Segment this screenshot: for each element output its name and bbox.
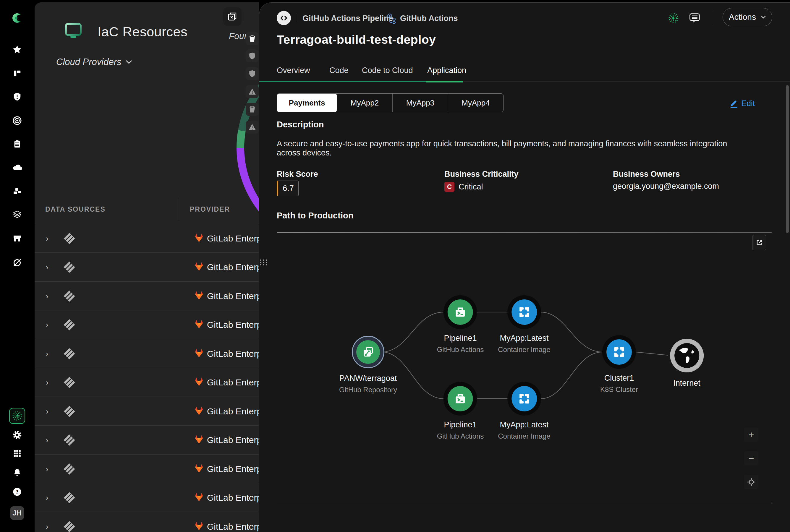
- tab-application[interactable]: Application: [427, 66, 466, 75]
- warning-icon-button[interactable]: [246, 85, 259, 98]
- shield-icon-button[interactable]: [246, 67, 259, 80]
- cloud-providers-filter[interactable]: Cloud Providers: [56, 57, 132, 68]
- row-expand-chevron[interactable]: ›: [46, 263, 49, 272]
- graph-node-pipeline-bottom[interactable]: Pipeline1 GitHub Actions: [437, 386, 484, 440]
- node-name: MyApp:Latest: [500, 334, 548, 343]
- crosshair-icon: [747, 478, 756, 487]
- shield-icon-button[interactable]: [246, 49, 259, 62]
- graph-node-image-top[interactable]: MyApp:Latest Container Image: [498, 299, 550, 354]
- node-name: Internet: [673, 379, 700, 388]
- graph-node-internet[interactable]: Internet: [673, 343, 700, 388]
- left-nav-rail: ? JH: [0, 0, 34, 532]
- close-overlays-button[interactable]: [223, 7, 242, 26]
- table-row[interactable]: ›GitLab Enterprise: [35, 310, 259, 339]
- graph-node-repository[interactable]: PANW/terragoat GitHub Repository: [339, 340, 397, 394]
- apps-grid-icon[interactable]: [13, 449, 22, 458]
- performance-gauge-icon[interactable]: [13, 258, 22, 267]
- reports-clipboard-icon[interactable]: [13, 139, 22, 148]
- breadcrumb-divider: [381, 13, 381, 23]
- help-icon[interactable]: ?: [13, 487, 22, 496]
- row-expand-chevron[interactable]: ›: [46, 407, 49, 416]
- bucket-icon-button[interactable]: [246, 103, 259, 116]
- row-expand-chevron[interactable]: ›: [46, 291, 49, 301]
- row-expand-chevron[interactable]: ›: [46, 378, 49, 387]
- alerts-shield-icon[interactable]: [13, 92, 22, 101]
- breadcrumb-pipeline[interactable]: GitHub Actions Pipeline: [302, 14, 393, 23]
- settings-gear-icon[interactable]: [12, 430, 22, 440]
- favorites-star-icon[interactable]: [13, 45, 22, 54]
- iac-framework-icon: [63, 405, 75, 417]
- avatar-initials: JH: [10, 506, 24, 520]
- row-expand-chevron[interactable]: ›: [46, 320, 49, 329]
- provider-name: GitLab Enterprise: [207, 320, 259, 330]
- node-name: Cluster1: [604, 374, 634, 383]
- iac-framework-icon: [63, 377, 75, 388]
- table-row[interactable]: ›GitLab Enterprise: [35, 281, 259, 310]
- graph-node-cluster[interactable]: Cluster1 K8S Cluster: [600, 339, 638, 394]
- row-expand-chevron[interactable]: ›: [46, 234, 49, 243]
- row-expand-chevron[interactable]: ›: [46, 522, 49, 531]
- table-row[interactable]: ›GitLab Enterprise: [35, 368, 259, 397]
- warning-icon-button[interactable]: [246, 120, 259, 134]
- table-row[interactable]: ›GitLab Enterprise: [35, 224, 259, 253]
- notifications-bell-icon[interactable]: [13, 468, 22, 477]
- feedback-comment-icon[interactable]: [689, 13, 701, 25]
- row-expand-chevron[interactable]: ›: [46, 435, 49, 444]
- layers-icon[interactable]: [13, 210, 22, 220]
- bucket-icon-button[interactable]: [246, 32, 259, 45]
- fit-view-button[interactable]: [744, 475, 758, 489]
- zoom-out-button[interactable]: −: [744, 451, 758, 466]
- page-title: Terragoat-build-test-deploy: [277, 33, 436, 47]
- page-scrollbar[interactable]: [786, 85, 789, 233]
- column-header-provider[interactable]: PROVIDER: [190, 205, 230, 213]
- row-expand-chevron[interactable]: ›: [46, 349, 49, 358]
- app-tab-myapp3[interactable]: MyApp3: [392, 94, 448, 112]
- table-row[interactable]: ›GitLab Enterprise: [35, 425, 259, 454]
- node-name: PANW/terragoat: [339, 374, 397, 383]
- zoom-in-button[interactable]: +: [744, 428, 758, 442]
- container-image-icon: [511, 299, 537, 325]
- copilot-spiral-icon[interactable]: [667, 12, 679, 25]
- edit-label: Edit: [741, 99, 755, 108]
- user-avatar[interactable]: JH: [10, 506, 24, 520]
- iac-framework-icon: [63, 434, 75, 445]
- provider-name: GitLab Enterprise: [207, 262, 259, 272]
- table-row[interactable]: ›GitLab Enterprise: [35, 252, 259, 281]
- tab-overview[interactable]: Overview: [277, 66, 310, 75]
- gitlab-logo-icon: [194, 348, 204, 359]
- graph-node-image-bottom[interactable]: MyApp:Latest Container Image: [498, 386, 550, 440]
- tab-code[interactable]: Code: [330, 66, 349, 75]
- table-row[interactable]: ›GitLab Enterprise: [35, 512, 259, 532]
- app-tab-myapp2[interactable]: MyApp2: [337, 94, 392, 112]
- node-subtitle: GitHub Actions: [437, 345, 484, 354]
- actions-button[interactable]: Actions: [722, 8, 772, 26]
- tab-code-to-cloud[interactable]: Code to Cloud: [362, 66, 413, 75]
- iac-framework-icon: [63, 348, 75, 359]
- column-header-data-sources[interactable]: DATA SOURCES: [45, 205, 106, 213]
- copilot-spiral-button[interactable]: [9, 408, 25, 424]
- prisma-cloud-logo[interactable]: [11, 12, 24, 24]
- table-row[interactable]: ›GitLab Enterprise: [35, 483, 259, 512]
- panel-resize-handle[interactable]: [260, 260, 268, 265]
- risk-score-value: 6.7: [277, 180, 299, 196]
- app-tab-payments[interactable]: Payments: [277, 94, 337, 112]
- owners-value: georgia.young@example.com: [613, 182, 719, 191]
- app-tab-myapp4[interactable]: MyApp4: [448, 94, 503, 112]
- edit-button[interactable]: Edit: [729, 99, 755, 108]
- breadcrumb-source[interactable]: GitHub Actions: [400, 14, 458, 23]
- cloud-icon[interactable]: [12, 163, 22, 173]
- graph-node-pipeline-top[interactable]: Pipeline1 GitHub Actions: [437, 299, 484, 354]
- cloud-providers-label: Cloud Providers: [56, 57, 121, 68]
- marketplace-storefront-icon[interactable]: [13, 234, 22, 243]
- inventory-blocks-icon[interactable]: [13, 187, 22, 196]
- row-expand-chevron[interactable]: ›: [46, 464, 49, 474]
- radar-bullseye-icon[interactable]: [13, 116, 22, 125]
- dashboards-icon[interactable]: [13, 69, 22, 78]
- table-row[interactable]: ›GitLab Enterprise: [35, 397, 259, 425]
- table-row[interactable]: ›GitLab Enterprise: [35, 454, 259, 483]
- iac-framework-icon: [63, 492, 75, 503]
- table-row[interactable]: ›GitLab Enterprise: [35, 339, 259, 368]
- application-switcher: Payments MyApp2 MyApp3 MyApp4: [277, 93, 504, 112]
- actions-button-label: Actions: [729, 13, 756, 22]
- row-expand-chevron[interactable]: ›: [46, 493, 49, 502]
